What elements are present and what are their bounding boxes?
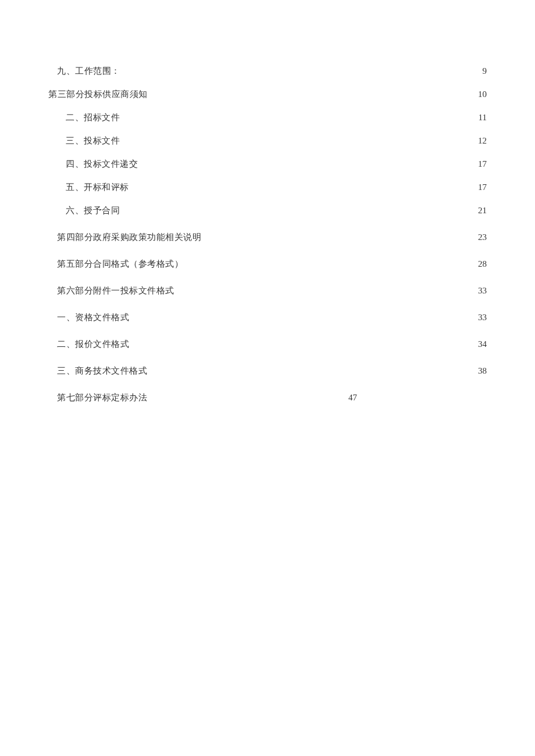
toc-leader	[148, 392, 346, 400]
toc-page: 33	[477, 284, 487, 298]
toc-label: 三、投标文件	[66, 134, 120, 148]
toc-label: 二、报价文件格式	[57, 337, 129, 351]
toc-label: 第三部分投标供应商须知	[48, 87, 148, 101]
toc-label: 二、招标文件	[66, 110, 120, 124]
toc-entry: 五、开标和评标 17	[48, 180, 487, 194]
toc-leader	[176, 285, 476, 293]
table-of-contents: 九、工作范围： 9 第三部分投标供应商须知 10 二、招标文件 11 三、投标文…	[48, 64, 487, 404]
toc-label: 第七部分评标定标办法	[57, 390, 147, 404]
toc-page: 21	[477, 203, 487, 217]
toc-label: 第五部分合同格式（参考格式）	[57, 257, 183, 271]
toc-leader	[139, 158, 476, 167]
toc-entry: 一、资格文件格式 33	[48, 310, 487, 324]
toc-label: 九、工作范围：	[57, 64, 120, 78]
toc-leader	[130, 338, 476, 347]
toc-entry: 第三部分投标供应商须知 10	[48, 87, 487, 101]
toc-leader	[149, 88, 476, 97]
toc-label: 一、资格文件格式	[57, 310, 129, 324]
toc-label: 三、商务技术文件格式	[57, 364, 147, 378]
toc-entry: 九、工作范围： 9	[48, 64, 487, 78]
toc-page: 23	[477, 230, 487, 244]
toc-leader	[202, 231, 476, 240]
toc-page: 28	[477, 257, 487, 271]
toc-leader	[130, 311, 476, 320]
toc-page: 33	[477, 310, 487, 324]
toc-page: 11	[477, 110, 487, 124]
toc-label: 第四部分政府采购政策功能相关说明	[57, 230, 201, 244]
toc-page: 9	[482, 64, 487, 78]
toc-entry: 三、投标文件 12	[48, 134, 487, 148]
toc-leader	[121, 112, 476, 120]
toc-entry: 六、授予合同 21	[48, 203, 487, 217]
toc-entry: 三、商务技术文件格式 38	[48, 364, 487, 378]
toc-entry: 第七部分评标定标办法 47	[48, 390, 487, 404]
toc-entry: 四、投标文件递交 17	[48, 157, 487, 171]
toc-label: 第六部分附件一投标文件格式	[57, 284, 174, 298]
toc-entry: 第五部分合同格式（参考格式） 28	[48, 257, 487, 271]
toc-leader	[184, 258, 476, 267]
toc-page: 38	[477, 364, 487, 378]
toc-leader	[121, 205, 476, 213]
toc-leader	[121, 135, 476, 144]
toc-leader	[148, 365, 476, 374]
toc-label: 五、开标和评标	[66, 180, 129, 194]
toc-page: 17	[477, 180, 487, 194]
toc-page: 47	[347, 390, 357, 404]
toc-leader	[122, 65, 480, 74]
toc-page: 12	[477, 134, 487, 148]
toc-label: 六、授予合同	[66, 203, 120, 217]
toc-leader	[130, 181, 476, 190]
toc-entry: 第四部分政府采购政策功能相关说明 23	[48, 230, 487, 244]
toc-page: 17	[477, 157, 487, 171]
toc-label: 四、投标文件递交	[66, 157, 138, 171]
toc-page: 10	[477, 87, 487, 101]
toc-entry: 第六部分附件一投标文件格式 33	[48, 284, 487, 298]
toc-entry: 二、报价文件格式 34	[48, 337, 487, 351]
toc-entry: 二、招标文件 11	[48, 110, 487, 124]
toc-page: 34	[477, 337, 487, 351]
